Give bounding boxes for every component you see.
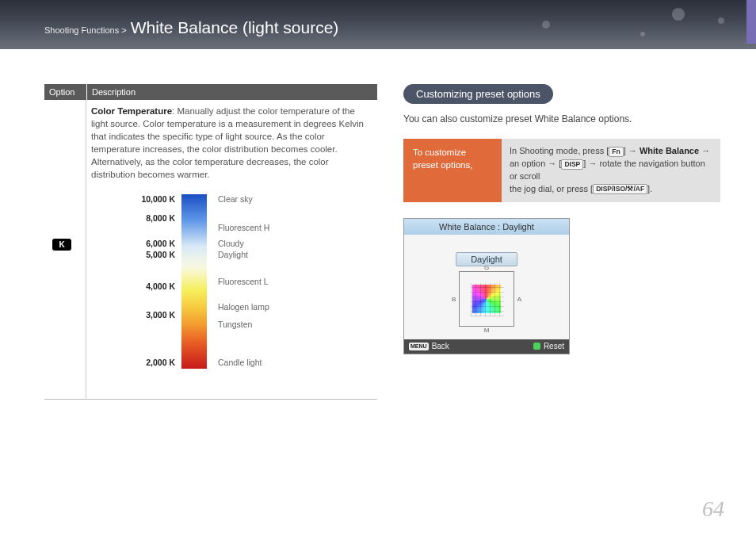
kelvin-label: 3,000 K [137, 310, 175, 320]
breadcrumb: Shooting Functions > White Balance (ligh… [44, 18, 338, 37]
reset-icon [533, 343, 540, 350]
kelvin-label: 10,000 K [137, 194, 175, 204]
reset-label: Reset [544, 342, 564, 350]
section-intro: You can also customize preset White Bala… [403, 113, 720, 124]
right-column: Customizing preset options You can also … [403, 84, 720, 354]
nav-keys-icon: DISP/ISO/⚒/AF [593, 184, 647, 194]
instr-text: an option → [ [510, 159, 561, 168]
color-temperature-description: Color Temperature: Manually adjust the c… [91, 105, 372, 182]
wb-screen-footer: MENU Back Reset [404, 339, 569, 354]
menu-button-icon: MENU [409, 343, 429, 350]
th-description: Description [86, 84, 377, 100]
axis-g: G [484, 264, 489, 271]
kelvin-label: 5,000 K [137, 250, 175, 259]
section-heading: Customizing preset options [403, 84, 553, 104]
light-source-label: Halogen lamp [218, 302, 269, 312]
wb-screen-body: Daylight G M B A [404, 235, 569, 339]
kelvin-label: 2,000 K [137, 358, 175, 367]
bokeh-dot [640, 32, 645, 36]
instr-text: In Shooting mode, press [ [510, 146, 609, 155]
td-description: Color Temperature: Manually adjust the c… [86, 100, 377, 399]
instr-text: the jog dial, or press [ [510, 184, 593, 193]
axis-a: A [517, 295, 521, 302]
instruction-box: To customize preset options, In Shooting… [403, 139, 720, 202]
wb-preview-screen: White Balance : Daylight Daylight G M B … [403, 218, 570, 354]
instr-text: ]. [647, 184, 652, 193]
wb-grid-inner [471, 283, 504, 316]
th-option: Option [44, 84, 86, 100]
page-number: 64 [702, 496, 724, 522]
page-title: White Balance (light source) [131, 18, 339, 36]
instr-text: ] → [624, 146, 640, 155]
breadcrumb-prefix: Shooting Functions > [44, 25, 127, 35]
disp-key-icon: DISP [561, 159, 583, 170]
instruction-steps: In Shooting mode, press [Fn] → White Bal… [502, 139, 720, 202]
light-source-label: Cloudy [218, 239, 244, 248]
bokeh-dot [718, 17, 724, 24]
instruction-lead: To customize preset options, [403, 139, 502, 202]
left-column: Option Description K Color Temperature: … [44, 84, 377, 400]
instr-bold: White Balance [640, 146, 699, 155]
option-table-body: K Color Temperature: Manually adjust the… [44, 100, 377, 400]
light-source-label: Daylight [218, 250, 248, 259]
section-tab [746, 0, 756, 44]
header-band: Shooting Functions > White Balance (ligh… [0, 0, 756, 49]
axis-m: M [484, 327, 490, 334]
light-source-label: Candle light [218, 358, 262, 367]
desc-bold: Color Temperature [91, 106, 172, 116]
td-option: K [44, 100, 86, 399]
light-source-label: Fluorescent H [218, 223, 269, 232]
wb-color-grid: G M B A [459, 271, 514, 327]
kelvin-icon: K [52, 239, 71, 251]
color-temperature-gradient [181, 194, 207, 369]
bokeh-dot [542, 21, 550, 29]
fn-key-icon: Fn [609, 147, 623, 157]
light-source-label: Fluorescent L [218, 277, 269, 286]
kelvin-label: 8,000 K [137, 213, 175, 223]
wb-screen-title: White Balance : Daylight [404, 219, 569, 235]
light-source-label: Tungsten [218, 320, 252, 329]
kelvin-label: 4,000 K [137, 281, 175, 291]
desc-text: : Manually adjust the color temperature … [91, 106, 364, 179]
color-temperature-diagram: 10,000 K8,000 K6,000 K5,000 K4,000 K3,00… [91, 194, 372, 385]
light-source-label: Clear sky [218, 194, 253, 204]
instr-text: → [699, 146, 710, 155]
option-table-header: Option Description [44, 84, 377, 100]
axis-b: B [452, 295, 456, 302]
back-label: Back [432, 342, 449, 350]
kelvin-label: 6,000 K [137, 239, 175, 248]
bokeh-dot [672, 8, 685, 21]
